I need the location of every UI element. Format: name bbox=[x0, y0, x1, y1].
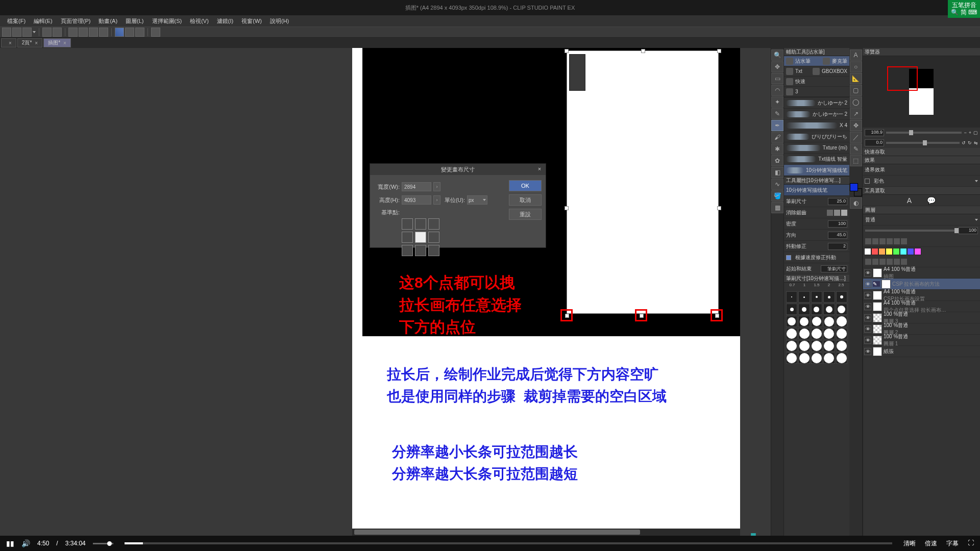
assist-icon[interactable] bbox=[151, 28, 160, 37]
nav-viewport-rect[interactable] bbox=[887, 66, 918, 91]
ime-badge[interactable]: 五笔拼音 🔍 简 ⌨ bbox=[948, 0, 980, 18]
canvas-viewport[interactable]: 變更畫布尺寸 × 寬度(W): › 高度(H): › 單位(U): px bbox=[0, 48, 771, 536]
slider-track[interactable] bbox=[865, 230, 957, 232]
prop-value[interactable]: 筆刷尺寸 bbox=[821, 265, 847, 272]
dialog-titlebar[interactable]: 變更畫布尺寸 × bbox=[370, 164, 546, 175]
sizepanel-header[interactable]: 筆刷尺寸[10分钟速写描…] bbox=[784, 274, 849, 283]
selection-handle-bl[interactable] bbox=[565, 314, 569, 318]
ref-icon[interactable] bbox=[887, 238, 893, 244]
lasso-icon[interactable]: ◠ bbox=[771, 85, 783, 96]
brush-group-pen[interactable]: 沾水筆麥克筆 bbox=[784, 56, 849, 66]
prop-antialias[interactable]: 消除鋸齒 bbox=[784, 207, 849, 218]
radio-icon[interactable] bbox=[865, 179, 870, 184]
layer-blend-row[interactable]: 普通 bbox=[863, 214, 980, 226]
decoration-icon[interactable]: ✿ bbox=[771, 155, 783, 166]
outline-icon[interactable] bbox=[901, 238, 907, 244]
ruler2-icon[interactable]: 📐 bbox=[850, 73, 862, 84]
layer-row[interactable]: 👁紙張 bbox=[863, 346, 980, 357]
size-option[interactable] bbox=[786, 328, 797, 339]
grid-icon[interactable] bbox=[125, 28, 134, 37]
frame-icon[interactable]: ▢ bbox=[850, 85, 862, 96]
selection-handle-tl[interactable] bbox=[565, 49, 569, 53]
subtitle-button[interactable]: 字幕 bbox=[946, 539, 959, 548]
prop-brush-size[interactable]: 筆刷尺寸25.0 bbox=[784, 196, 849, 207]
preset-item[interactable]: X 4 bbox=[784, 120, 849, 131]
move-icon[interactable]: ✥ bbox=[771, 61, 783, 72]
blend-mode[interactable]: 普通 bbox=[865, 216, 875, 223]
ruler-icon[interactable] bbox=[894, 238, 900, 244]
size-option[interactable] bbox=[811, 304, 822, 315]
size-option[interactable] bbox=[811, 328, 822, 339]
size-option[interactable] bbox=[786, 304, 797, 315]
flip-icon[interactable]: ⇋ bbox=[974, 140, 978, 145]
gradient-icon[interactable]: ▦ bbox=[771, 202, 783, 213]
layer-row[interactable]: 👁A4 100 %普通插图 bbox=[863, 267, 980, 279]
balloon-mode-icon[interactable]: 💬 bbox=[927, 196, 936, 205]
menu-animation[interactable]: 動畫(A) bbox=[95, 16, 120, 26]
visibility-icon[interactable]: 👁 bbox=[864, 325, 871, 333]
swatch-blue[interactable] bbox=[907, 248, 914, 255]
snap-icon[interactable] bbox=[135, 28, 144, 37]
aa-option-icon[interactable] bbox=[841, 210, 847, 216]
figure-icon[interactable]: ◯ bbox=[850, 96, 862, 108]
width-spinner[interactable]: › bbox=[433, 182, 440, 191]
dialog-close-button[interactable]: × bbox=[535, 165, 544, 173]
progress-bar[interactable] bbox=[125, 542, 892, 544]
size-option[interactable] bbox=[786, 353, 797, 364]
chevron-down-icon[interactable] bbox=[975, 219, 978, 221]
preset-item[interactable]: Txt描线 智量 bbox=[784, 154, 849, 165]
visibility-icon[interactable]: 👁 bbox=[864, 269, 871, 277]
correct-icon[interactable]: ✎ bbox=[850, 143, 862, 155]
menu-selection[interactable]: 選擇範圍(S) bbox=[149, 16, 185, 26]
size-option[interactable] bbox=[798, 353, 810, 364]
menu-file[interactable]: 檔案(F) bbox=[4, 16, 29, 26]
anchor-tr[interactable] bbox=[428, 218, 439, 230]
swatch-white[interactable] bbox=[864, 248, 871, 255]
tone-header[interactable]: 工具選取 bbox=[863, 187, 980, 195]
move2-icon[interactable]: ✥ bbox=[850, 120, 862, 131]
redo-icon[interactable] bbox=[53, 28, 62, 37]
prop-speed-check[interactable]: 根據速度修正抖動 bbox=[784, 252, 849, 263]
size-option[interactable] bbox=[786, 316, 797, 327]
menu-help[interactable]: 說明(H) bbox=[267, 16, 292, 26]
size-option[interactable] bbox=[798, 316, 810, 327]
close-icon[interactable]: × bbox=[35, 40, 38, 46]
blend-icon[interactable]: ∿ bbox=[771, 179, 783, 190]
brush-group-txt[interactable]: TxtGBOXBOX bbox=[784, 66, 849, 77]
opacity-value[interactable]: 100 bbox=[959, 227, 978, 234]
select-icon[interactable]: ▭ bbox=[771, 73, 783, 84]
bw-reset-icon[interactable]: ◐ bbox=[850, 197, 862, 209]
menu-edit[interactable]: 編輯(E) bbox=[31, 16, 56, 26]
swatch-red[interactable] bbox=[871, 248, 878, 255]
layer-row[interactable]: 👁100 %普通圖層 1 bbox=[863, 335, 980, 346]
preset-item[interactable]: かしゆーか一 2 bbox=[784, 109, 849, 120]
size-option[interactable] bbox=[823, 304, 835, 315]
subtool-header[interactable]: 輔助工具[沾水筆] bbox=[784, 48, 849, 56]
size-option[interactable] bbox=[786, 340, 797, 352]
size-option[interactable] bbox=[786, 291, 797, 303]
brush-icon[interactable]: 🖌 bbox=[771, 132, 783, 143]
prop-tilt[interactable]: 抖動修正2 bbox=[784, 241, 849, 252]
visibility-icon[interactable]: 👁 bbox=[864, 292, 871, 299]
size-option[interactable] bbox=[836, 353, 847, 364]
zoom-fit-icon[interactable]: ▢ bbox=[973, 130, 978, 135]
prop-value[interactable]: 25.0 bbox=[828, 198, 847, 205]
size-option[interactable] bbox=[798, 291, 810, 303]
toolprop-header[interactable]: 工具屬性[10分钟速写…] bbox=[784, 177, 849, 185]
size-option[interactable] bbox=[836, 291, 847, 303]
reset-button[interactable]: 重設 bbox=[509, 209, 542, 220]
fullscreen-button[interactable]: ⛶ bbox=[968, 539, 974, 548]
mask-icon[interactable] bbox=[879, 238, 886, 244]
swatch-cyan[interactable] bbox=[900, 248, 907, 255]
selection-handle-mr[interactable] bbox=[717, 206, 721, 210]
menu-layer[interactable]: 圖層(L) bbox=[122, 16, 146, 26]
visibility-icon[interactable]: 👁 bbox=[864, 348, 871, 355]
quick-header[interactable]: 快速存取 bbox=[863, 148, 980, 156]
size-option[interactable] bbox=[836, 304, 847, 315]
new-icon[interactable] bbox=[2, 28, 11, 37]
preset-item[interactable]: かしゆーか 2 bbox=[784, 97, 849, 109]
wand-icon[interactable]: ✦ bbox=[771, 96, 783, 108]
zoom-in-icon[interactable]: + bbox=[969, 130, 971, 135]
layer-row[interactable]: 👁100 %普通圖層 2 bbox=[863, 323, 980, 335]
fg-color-swatch[interactable] bbox=[850, 183, 858, 191]
